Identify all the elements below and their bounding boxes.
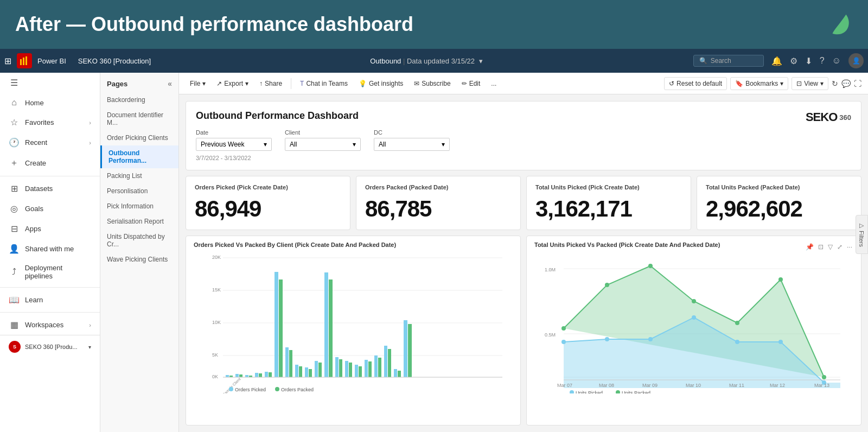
pages-header: Pages « bbox=[100, 77, 178, 92]
sidebar-item-apps[interactable]: ⊟ Apps bbox=[0, 219, 100, 239]
sidebar-item-recent[interactable]: 🕐 Recent › bbox=[0, 132, 100, 153]
page-outbound-perf[interactable]: Outbound Performan... bbox=[100, 145, 178, 168]
more-options-icon[interactable]: ··· bbox=[846, 242, 853, 252]
share-btn[interactable]: ↑ Share bbox=[255, 78, 286, 90]
svg-text:20K: 20K bbox=[212, 255, 221, 260]
kpi-orders-packed: Orders Packed (Packed Date) 86,785 bbox=[356, 176, 521, 230]
svg-rect-32 bbox=[318, 363, 322, 377]
charts-row: Orders Picked Vs Packed By Client (Pick … bbox=[186, 236, 861, 425]
page-backordering[interactable]: Backordering bbox=[100, 92, 178, 107]
svg-rect-46 bbox=[388, 349, 391, 377]
subscribe-btn[interactable]: ✉ Subscribe bbox=[410, 78, 455, 90]
filter-date: Date Previous Week ▾ 3/7/2022 - 3/13/202… bbox=[196, 129, 272, 161]
chevron-right-icon-3: › bbox=[89, 322, 91, 328]
sidebar-item-deployment[interactable]: ⤴ Deployment pipelines bbox=[0, 259, 100, 285]
svg-text:15K: 15K bbox=[212, 287, 221, 293]
main-report: File ▾ ↗ Export ▾ ↑ Share T bbox=[179, 73, 868, 432]
emoji-icon[interactable]: ☺ bbox=[832, 56, 841, 66]
user-avatar[interactable]: 👤 bbox=[848, 53, 864, 68]
content-row: ☰ ⌂ Home ☆ Favorites › 🕐 Recent › ＋ bbox=[0, 73, 868, 432]
view-btn[interactable]: ⊡ View ▾ bbox=[792, 77, 828, 90]
more-btn[interactable]: ... bbox=[487, 78, 501, 90]
svg-rect-0 bbox=[20, 59, 22, 65]
sidebar-item-shared[interactable]: 👤 Shared with me bbox=[0, 239, 100, 259]
svg-point-88 bbox=[616, 390, 620, 393]
powerbi-logo bbox=[17, 53, 32, 68]
expand-icon[interactable]: ⤢ bbox=[836, 242, 844, 252]
get-insights-btn[interactable]: 💡 Get insights bbox=[354, 78, 407, 90]
grid-icon[interactable]: ⊞ bbox=[4, 56, 11, 66]
svg-rect-45 bbox=[384, 346, 387, 377]
page-order-picking[interactable]: Order Picking Clients bbox=[100, 130, 178, 145]
svg-rect-2 bbox=[25, 56, 27, 65]
page-packing-list[interactable]: Packing List bbox=[100, 168, 178, 183]
filters-tab[interactable]: ▷ Filters bbox=[856, 215, 868, 254]
sidebar-collapse-btn[interactable]: ☰ bbox=[0, 73, 100, 93]
search-box[interactable]: 🔍 Search bbox=[693, 55, 764, 67]
sidebar-item-favorites[interactable]: ☆ Favorites › bbox=[0, 112, 100, 132]
export-icon: ↗ bbox=[216, 80, 222, 87]
svg-rect-24 bbox=[279, 279, 283, 377]
svg-rect-26 bbox=[289, 350, 292, 377]
svg-rect-20 bbox=[259, 373, 262, 377]
sidebar-item-datasets[interactable]: ⊞ Datasets bbox=[0, 179, 100, 199]
filter-date-value: Previous Week bbox=[201, 141, 244, 148]
svg-rect-21 bbox=[265, 372, 268, 377]
download-icon[interactable]: ⬇ bbox=[805, 56, 812, 66]
page-wave-picking[interactable]: Wave Picking Clients bbox=[100, 252, 178, 267]
report-name[interactable]: SEKO 360 [Production] bbox=[78, 57, 151, 65]
shared-icon: 👤 bbox=[9, 244, 20, 254]
copy-icon[interactable]: ⊡ bbox=[817, 242, 825, 252]
toolbar-right: ↺ Reset to default 🔖 Bookmarks ▾ ⊡ View … bbox=[664, 77, 861, 90]
filter-icon[interactable]: ▽ bbox=[827, 242, 834, 252]
svg-rect-17 bbox=[245, 375, 248, 377]
svg-point-64 bbox=[605, 283, 609, 287]
export-btn[interactable]: ↗ Export ▾ bbox=[212, 78, 253, 90]
bookmarks-btn[interactable]: 🔖 Bookmarks ▾ bbox=[730, 77, 788, 90]
chevron-down-icon[interactable]: ▾ bbox=[479, 57, 483, 65]
filter-client-dropdown[interactable]: All ▾ bbox=[285, 138, 361, 151]
kpi-value-1: 86,785 bbox=[365, 196, 512, 222]
date-dropdown-chevron: ▾ bbox=[264, 141, 267, 148]
notification-icon[interactable]: 🔔 bbox=[771, 56, 782, 66]
page-serialisation[interactable]: Serialisation Report bbox=[100, 214, 178, 229]
export-label: Export bbox=[224, 80, 243, 87]
svg-text:Mar 13: Mar 13 bbox=[814, 383, 829, 388]
refresh-icon[interactable]: ↻ bbox=[832, 79, 838, 88]
fullscreen-icon[interactable]: ⛶ bbox=[854, 79, 861, 88]
help-icon[interactable]: ? bbox=[820, 56, 825, 66]
sidebar-item-workspaces[interactable]: ▦ Workspaces › bbox=[0, 315, 100, 335]
view-chevron: ▾ bbox=[820, 80, 824, 87]
edit-btn[interactable]: ✏ Edit bbox=[457, 78, 485, 90]
nav-right: 🔍 Search 🔔 ⚙ ⬇ ? ☺ 👤 bbox=[693, 53, 864, 68]
filter-dc-dropdown[interactable]: All ▾ bbox=[374, 138, 450, 151]
bookmarks-label: Bookmarks bbox=[745, 80, 778, 87]
page-doc-identifier[interactable]: Document Identifier M... bbox=[100, 107, 178, 130]
svg-rect-31 bbox=[315, 361, 318, 377]
goals-icon: ◎ bbox=[9, 204, 20, 214]
home-icon: ⌂ bbox=[9, 98, 20, 107]
page-pick-information[interactable]: Pick Information bbox=[100, 199, 178, 214]
pages-collapse-icon[interactable]: « bbox=[168, 79, 172, 88]
sidebar-item-goals[interactable]: ◎ Goals bbox=[0, 199, 100, 219]
svg-rect-28 bbox=[299, 366, 302, 377]
svg-rect-25 bbox=[285, 347, 289, 377]
pin-icon[interactable]: 📌 bbox=[805, 242, 815, 252]
filter-date-dropdown[interactable]: Previous Week ▾ bbox=[196, 138, 272, 151]
sidebar-item-home[interactable]: ⌂ Home bbox=[0, 93, 100, 112]
sidebar-item-create[interactable]: ＋ Create bbox=[0, 153, 100, 174]
view-icon: ⊡ bbox=[796, 80, 802, 87]
svg-text:0.5M: 0.5M bbox=[545, 332, 556, 338]
comment-icon[interactable]: 💬 bbox=[841, 79, 851, 88]
sidebar-item-learn[interactable]: 📖 Learn bbox=[0, 290, 100, 310]
chat-teams-btn[interactable]: T Chat in Teams bbox=[296, 78, 352, 90]
file-btn[interactable]: File ▾ bbox=[186, 78, 210, 90]
seko-leaf-logo bbox=[826, 11, 853, 38]
workspace-item[interactable]: S SEKO 360 [Produ... ▾ bbox=[0, 335, 100, 358]
page-personalisation[interactable]: Personlisation bbox=[100, 183, 178, 199]
settings-icon[interactable]: ⚙ bbox=[790, 56, 797, 66]
svg-point-75 bbox=[735, 340, 739, 344]
reset-btn[interactable]: ↺ Reset to default bbox=[664, 77, 727, 90]
page-units-dispatched[interactable]: Units Dispatched by Cr... bbox=[100, 229, 178, 252]
file-chevron: ▾ bbox=[202, 80, 206, 87]
